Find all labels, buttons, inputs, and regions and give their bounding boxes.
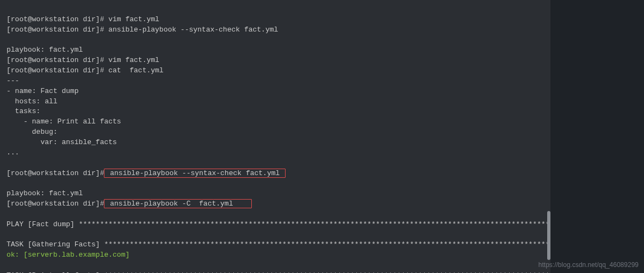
yaml-line: - name: Fact dump [7, 87, 79, 95]
yaml-line: --- [7, 77, 19, 85]
command: ansible-playbook --syntax-check fact.yml [108, 26, 278, 34]
prompt: [root@workstation dir]# [7, 200, 104, 208]
line: [root@workstation dir]# cat fact.yml [7, 66, 164, 75]
line: [root@workstation dir]# vim fact.yml [7, 15, 159, 23]
task-header: TASK [Gathering Facts] [7, 240, 104, 249]
highlighted-command: ansible-playbook --syntax-check fact.yml [104, 169, 286, 178]
output: playbook: fact.yml [7, 46, 83, 54]
prompt: [root@workstation dir]# [7, 169, 104, 177]
yaml-line: hosts: all [7, 97, 58, 106]
play-header: PLAY [Fact dump] [7, 220, 79, 228]
ok-status: ok: [serverb.lab.example.com] [7, 251, 129, 259]
scrollbar-thumb[interactable] [547, 211, 550, 260]
yaml-line: debug: [7, 128, 58, 136]
prompt: [root@workstation dir]# [7, 26, 108, 34]
stars: ****************************************… [104, 240, 550, 249]
line: [root@workstation dir]# vim fact.yml [7, 56, 159, 64]
yaml-line: - name: Print all facts [7, 117, 121, 126]
output: playbook: fact.yml [7, 189, 83, 197]
terminal-output[interactable]: [root@workstation dir]# vim fact.yml [ro… [0, 0, 550, 273]
yaml-line: ... [7, 148, 19, 157]
highlighted-command: ansible-playbook -C fact.yml [104, 199, 251, 208]
yaml-line: tasks: [7, 107, 40, 115]
vertical-scrollbar[interactable] [547, 0, 550, 273]
yaml-line: var: ansible_facts [7, 138, 117, 146]
watermark: https://blog.csdn.net/qq_46089299 [538, 260, 639, 270]
stars: ****************************************… [79, 220, 550, 228]
